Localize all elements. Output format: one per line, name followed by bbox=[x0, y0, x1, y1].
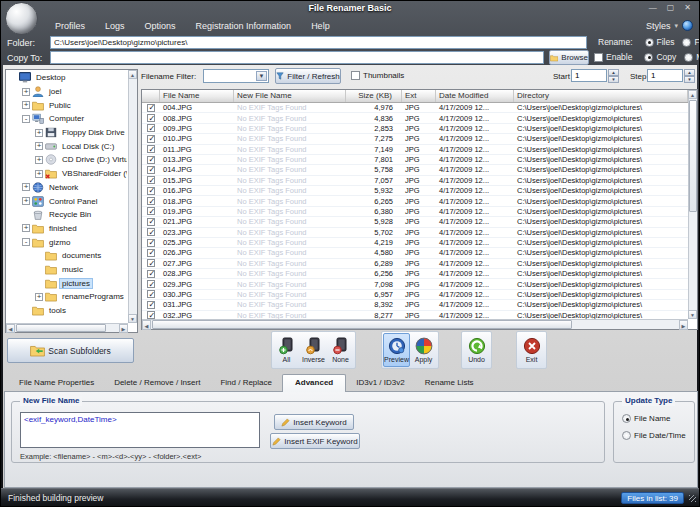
tree-item-vbsharedfolder-vboxsvr-z[interactable]: +VBSharedFolder (\\vboxsvr) (Z bbox=[7, 167, 127, 181]
none-button[interactable]: None bbox=[327, 333, 354, 367]
tree-item-local-disk-c[interactable]: +Local Disk (C:) bbox=[7, 139, 127, 153]
row-checkbox[interactable] bbox=[147, 301, 155, 309]
rename-radio-files[interactable] bbox=[645, 38, 654, 47]
tab-advanced[interactable]: Advanced bbox=[282, 374, 346, 392]
column-header-new-file-name[interactable]: New File Name bbox=[234, 90, 346, 102]
scroll-down-icon[interactable]: ▼ bbox=[688, 310, 697, 319]
table-row[interactable]: 021.JPGNo EXIF Tags Found5,928JPG4/17/20… bbox=[142, 217, 688, 227]
expand-minus-icon[interactable]: - bbox=[22, 115, 30, 123]
tree-item-pictures[interactable]: pictures bbox=[7, 276, 127, 290]
row-checkbox[interactable] bbox=[147, 249, 155, 257]
scroll-thumb[interactable] bbox=[16, 324, 106, 332]
menu-item-options[interactable]: Options bbox=[135, 21, 186, 31]
minimize-button[interactable]: — bbox=[649, 4, 657, 12]
start-spin-buttons[interactable]: ▲▼ bbox=[608, 69, 619, 82]
preview-button[interactable]: Preview bbox=[383, 333, 410, 367]
row-checkbox[interactable] bbox=[147, 176, 155, 184]
expand-plus-icon[interactable]: + bbox=[35, 129, 43, 137]
tree-item-public[interactable]: +Public bbox=[7, 98, 127, 112]
tree-item-floppy-disk-drive-a[interactable]: +Floppy Disk Drive (A:) bbox=[7, 126, 127, 140]
row-checkbox[interactable] bbox=[147, 145, 155, 153]
expand-plus-icon[interactable]: + bbox=[35, 170, 43, 178]
table-row[interactable]: 027.JPGNo EXIF Tags Found6,289JPG4/17/20… bbox=[142, 259, 688, 269]
copy-move-option-move[interactable]: Move bbox=[684, 52, 700, 62]
update-type-radio-file-date-time[interactable] bbox=[622, 431, 631, 440]
table-row[interactable]: 026.JPGNo EXIF Tags Found4,580JPG4/17/20… bbox=[142, 248, 688, 258]
table-row[interactable]: 018.JPGNo EXIF Tags Found6,265JPG4/17/20… bbox=[142, 196, 688, 206]
pattern-input[interactable]: <exif_keyword,DateTime> bbox=[20, 412, 260, 448]
column-header-directory[interactable]: Directory bbox=[514, 90, 688, 102]
update-type-option-file-date-time[interactable]: File Date/Time bbox=[622, 431, 686, 440]
undo-button[interactable]: Undo bbox=[463, 333, 490, 367]
row-checkbox[interactable] bbox=[147, 124, 155, 132]
enable-checkbox[interactable] bbox=[594, 53, 603, 62]
menu-item-profiles[interactable]: Profiles bbox=[45, 21, 95, 31]
tree-item-control-panel[interactable]: +Control Panel bbox=[7, 194, 127, 208]
all-button[interactable]: All bbox=[273, 333, 300, 367]
expand-plus-icon[interactable]: + bbox=[22, 183, 30, 191]
expand-plus-icon[interactable]: + bbox=[35, 142, 43, 150]
table-row[interactable]: 011.JPGNo EXIF Tags Found7,149JPG4/17/20… bbox=[142, 145, 688, 155]
table-row[interactable]: 016.JPGNo EXIF Tags Found5,932JPG4/17/20… bbox=[142, 186, 688, 196]
tree-item-renameprograms[interactable]: +renamePrograms bbox=[7, 290, 127, 304]
update-type-option-file-name[interactable]: File Name bbox=[622, 414, 686, 423]
table-row[interactable]: 015.JPGNo EXIF Tags Found7,057JPG4/17/20… bbox=[142, 176, 688, 186]
copy-move-radio-move[interactable] bbox=[684, 53, 693, 62]
spin-up-icon[interactable]: ▲ bbox=[684, 69, 695, 76]
scroll-thumb[interactable] bbox=[152, 320, 572, 329]
row-checkbox[interactable] bbox=[147, 135, 155, 143]
resize-grip[interactable] bbox=[689, 495, 696, 502]
enable-option[interactable]: Enable bbox=[594, 52, 632, 62]
filename-filter-select[interactable]: ▼ bbox=[203, 69, 269, 83]
rename-radio-folders[interactable] bbox=[682, 38, 691, 47]
spin-up-icon[interactable]: ▲ bbox=[608, 69, 619, 76]
row-checkbox[interactable] bbox=[147, 270, 155, 278]
row-checkbox[interactable] bbox=[147, 156, 155, 164]
maximize-button[interactable]: ▢ bbox=[667, 4, 675, 12]
rename-option-files[interactable]: Files bbox=[645, 37, 675, 47]
table-row[interactable]: 032.JPGNo EXIF Tags Found8,277JPG4/17/20… bbox=[142, 311, 688, 320]
copy-move-radio-copy[interactable] bbox=[644, 53, 653, 62]
scroll-left-icon[interactable]: ◀ bbox=[142, 320, 151, 330]
menu-item-logs[interactable]: Logs bbox=[95, 21, 135, 31]
table-row[interactable]: 013.JPGNo EXIF Tags Found7,801JPG4/17/20… bbox=[142, 155, 688, 165]
table-row[interactable]: 004.JPGNo EXIF Tags Found4,976JPG4/17/20… bbox=[142, 103, 688, 113]
table-row[interactable]: 028.JPGNo EXIF Tags Found6,256JPG4/17/20… bbox=[142, 269, 688, 279]
scroll-left-icon[interactable]: ◀ bbox=[6, 324, 15, 333]
table-vertical-scrollbar[interactable]: ▲ ▼ bbox=[688, 90, 697, 319]
rename-option-folders[interactable]: Folders bbox=[682, 37, 700, 47]
tree-item-recycle-bin[interactable]: Recycle Bin bbox=[7, 208, 127, 222]
table-row[interactable]: 010.JPGNo EXIF Tags Found7,275JPG4/17/20… bbox=[142, 134, 688, 144]
expand-plus-icon[interactable]: + bbox=[22, 224, 30, 232]
inverse-button[interactable]: Inverse bbox=[300, 333, 327, 367]
apply-button[interactable]: Apply bbox=[410, 333, 437, 367]
table-row[interactable]: 030.JPGNo EXIF Tags Found6,957JPG4/17/20… bbox=[142, 290, 688, 300]
scroll-down-icon[interactable]: ▼ bbox=[128, 314, 137, 323]
close-button[interactable]: ✕ bbox=[684, 4, 691, 12]
expand-plus-icon[interactable]: + bbox=[22, 88, 30, 96]
menu-item-help[interactable]: Help bbox=[301, 21, 340, 31]
copy-to-input[interactable] bbox=[50, 51, 544, 64]
table-row[interactable]: 023.JPGNo EXIF Tags Found5,702JPG4/17/20… bbox=[142, 228, 688, 238]
column-header-select[interactable] bbox=[142, 90, 160, 102]
spin-down-icon[interactable]: ▼ bbox=[684, 76, 695, 83]
expand-minus-icon[interactable]: - bbox=[22, 238, 30, 246]
tab-id3v1-id3v2[interactable]: ID3v1 / ID3v2 bbox=[346, 375, 414, 391]
update-type-radio-file-name[interactable] bbox=[622, 414, 631, 423]
step-input[interactable] bbox=[647, 69, 683, 82]
table-row[interactable]: 029.JPGNo EXIF Tags Found7,098JPG4/17/20… bbox=[142, 279, 688, 289]
thumbnails-checkbox[interactable] bbox=[351, 71, 360, 80]
table-row[interactable]: 025.JPGNo EXIF Tags Found4,219JPG4/17/20… bbox=[142, 238, 688, 248]
table-row[interactable]: 014.JPGNo EXIF Tags Found5,758JPG4/17/20… bbox=[142, 165, 688, 175]
row-checkbox[interactable] bbox=[147, 218, 155, 226]
scroll-right-icon[interactable]: ▶ bbox=[679, 320, 688, 330]
tab-file-name-properties[interactable]: File Name Properties bbox=[9, 375, 104, 391]
row-checkbox[interactable] bbox=[147, 311, 155, 319]
tree-item-joel[interactable]: +joel bbox=[7, 85, 127, 99]
tree-item-documents[interactable]: documents bbox=[7, 249, 127, 263]
chevron-down-icon[interactable]: ▼ bbox=[256, 71, 267, 81]
row-checkbox[interactable] bbox=[147, 187, 155, 195]
table-row[interactable]: 008.JPGNo EXIF Tags Found4,836JPG4/17/20… bbox=[142, 113, 688, 123]
tree-item-cd-drive-d-virtualbox-guest[interactable]: +CD Drive (D:) VirtualBox Guest bbox=[7, 153, 127, 167]
tree-item-desktop[interactable]: Desktop bbox=[7, 71, 127, 85]
